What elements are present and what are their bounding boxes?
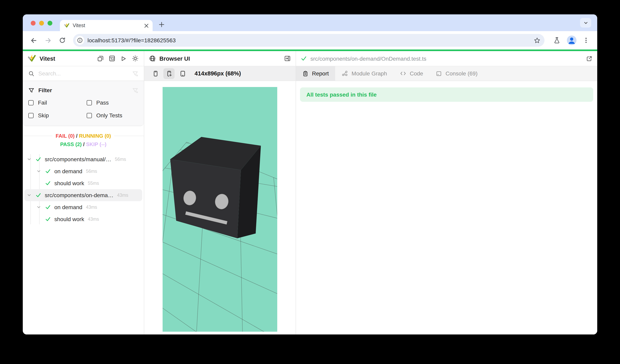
clear-filter-icon[interactable] [132, 87, 138, 93]
sidebar-title: Vitest [40, 55, 93, 62]
code-icon [400, 70, 406, 77]
report-tabs: Report Module Graph Code [296, 66, 597, 81]
device-tablet-button[interactable] [177, 68, 188, 79]
browser-panel-header: Browser UI [144, 51, 296, 66]
file-path: src/components/on-demand/OnDemand.test.t… [310, 55, 582, 62]
fail-count: FAIL (0) [56, 133, 75, 139]
filter-option-pass[interactable]: Pass [87, 98, 138, 107]
preview-area [144, 81, 296, 335]
layout-report-icon[interactable] [108, 55, 116, 62]
theme-sun-icon[interactable] [131, 55, 139, 62]
test-name: src/components/manual/… [45, 156, 111, 162]
checkbox-pass[interactable] [87, 100, 92, 105]
browser-toolbar: localhost:5173/#/?file=1828625563 [23, 31, 597, 49]
robot-cube [170, 137, 261, 238]
running-count: RUNNING (0) [79, 133, 111, 139]
pass-check-icon [45, 216, 51, 222]
all-tests-passed-banner: All tests passed in this file [300, 87, 593, 102]
pass-count: PASS (2) [60, 141, 82, 147]
browser-menu-icon[interactable] [582, 34, 590, 46]
test-name: on demand [54, 168, 82, 175]
browser-tab[interactable]: Vitest [60, 20, 153, 31]
search-row [23, 66, 144, 81]
tab-close-icon[interactable] [144, 23, 149, 28]
bookmark-star-icon[interactable] [534, 37, 541, 44]
back-button[interactable] [28, 34, 40, 46]
pass-check-icon [45, 180, 51, 186]
checkbox-skip[interactable] [28, 113, 33, 118]
filter-option-skip[interactable]: Skip [28, 111, 87, 120]
threejs-scene [163, 87, 277, 332]
tree-row[interactable]: on demand 56ms [24, 165, 142, 177]
device-phone-button[interactable] [150, 68, 161, 79]
sidebar-actions [96, 55, 139, 62]
clear-search-filter-icon[interactable] [132, 71, 138, 76]
pass-check-icon [36, 192, 42, 198]
search-input[interactable] [38, 70, 128, 77]
vitest-logo-icon [28, 54, 36, 63]
filter-label: Filter [38, 87, 128, 93]
site-info-icon[interactable] [76, 36, 84, 45]
device-phone-plus-button[interactable] [163, 68, 175, 79]
new-tab-button[interactable] [159, 22, 165, 28]
forward-button[interactable] [42, 34, 54, 46]
dashboard-windows-icon[interactable] [96, 55, 104, 62]
test-summary: FAIL (0) / RUNNING (0) PASS (2) / SKIP (… [23, 132, 144, 148]
checkbox-only-tests[interactable] [87, 113, 92, 118]
tree-row[interactable]: should work 43ms [24, 213, 142, 225]
titlebar-chevron-button[interactable] [580, 18, 591, 28]
reload-button[interactable] [56, 34, 68, 46]
experiments-flask-icon[interactable] [553, 34, 561, 46]
browser-window: Vitest [23, 14, 597, 335]
funnel-icon [28, 87, 34, 93]
device-toolbar: 414x896px (68%) [144, 66, 296, 81]
chevron-down-icon[interactable] [36, 205, 42, 210]
run-all-play-icon[interactable] [119, 55, 127, 62]
test-tree: src/components/manual/… 56ms on demand 5… [23, 153, 144, 225]
tree-row[interactable]: src/components/manual/… 56ms [24, 153, 142, 165]
open-external-icon[interactable] [586, 55, 592, 62]
titlebar: Vitest [23, 14, 597, 31]
filter-option-only-tests[interactable]: Only Tests [87, 111, 138, 120]
test-duration: 56ms [115, 157, 126, 162]
chevron-down-icon[interactable] [36, 169, 42, 174]
tab-module-graph[interactable]: Module Graph [335, 66, 393, 81]
module-graph-icon [341, 70, 348, 77]
test-name: should work [54, 216, 84, 222]
tab-code[interactable]: Code [393, 66, 430, 81]
dock-panel-icon[interactable] [284, 55, 291, 62]
test-browser-viewport[interactable] [163, 87, 277, 332]
chevron-down-icon[interactable] [27, 157, 32, 162]
minimize-window-button[interactable] [39, 21, 44, 26]
pass-check-icon [36, 157, 42, 162]
report-panel: src/components/on-demand/OnDemand.test.t… [296, 51, 597, 335]
filter-option-fail[interactable]: Fail [28, 98, 87, 107]
vitest-favicon-icon [64, 23, 70, 28]
tab-console[interactable]: Console (69) [429, 66, 484, 81]
profile-avatar[interactable] [567, 36, 576, 45]
url-bar[interactable]: localhost:5173/#/?file=1828625563 [73, 34, 544, 47]
file-header: src/components/on-demand/OnDemand.test.t… [296, 51, 597, 66]
checkbox-fail[interactable] [28, 100, 33, 105]
skip-count: SKIP (--) [86, 141, 107, 147]
browser-panel-title: Browser UI [159, 55, 280, 62]
screen: Vitest [0, 0, 620, 364]
zoom-window-button[interactable] [47, 21, 52, 26]
test-duration: 43ms [86, 205, 97, 210]
tree-row[interactable]: should work 55ms [24, 177, 142, 189]
tab-report[interactable]: Report [296, 66, 335, 81]
tree-row[interactable]: on demand 43ms [24, 201, 142, 213]
chevron-down-icon[interactable] [27, 193, 32, 198]
close-window-button[interactable] [31, 21, 36, 26]
tab-title: Vitest [73, 23, 141, 28]
browser-preview-panel: Browser UI 414x896px (68%) [144, 51, 296, 335]
tree-row[interactable]: src/components/on-dema… 43ms [24, 189, 142, 201]
file-pass-check-icon [301, 56, 307, 61]
globe-icon [149, 55, 156, 62]
viewport-size-label: 414x896px (68%) [195, 70, 241, 77]
test-duration: 43ms [117, 193, 128, 198]
test-name: should work [54, 180, 84, 186]
filter-panel: Filter Fail Pass Skip Only Tests [23, 81, 144, 126]
search-icon [28, 71, 34, 76]
traffic-lights [31, 21, 52, 26]
